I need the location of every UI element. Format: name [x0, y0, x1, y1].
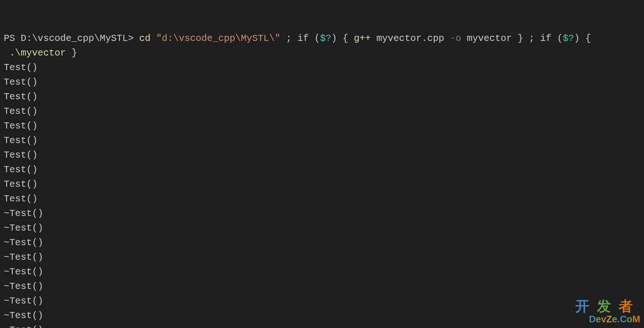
output-line: ~Test()	[4, 264, 640, 279]
output-line: ~Test()	[4, 294, 640, 308]
output-line: Test()	[4, 133, 640, 148]
watermark-en: DevZe.CoM	[575, 314, 640, 324]
output-line: ~Test()	[4, 323, 640, 328]
output-line: ~Test()	[4, 279, 640, 294]
output-line: Test()	[4, 104, 640, 119]
output-line: Test()	[4, 60, 640, 75]
output-line: Test()	[4, 89, 640, 104]
output-line: Test()	[4, 177, 640, 192]
output-line: ~Test()	[4, 221, 640, 235]
output-line: ~Test()	[4, 235, 640, 250]
output-line: Test()	[4, 75, 640, 89]
output-line: Test()	[4, 192, 640, 206]
cmd-path: "d:\vscode_cpp\MySTL\"	[156, 33, 280, 44]
output-line: ~Test()	[4, 250, 640, 264]
output-line: Test()	[4, 148, 640, 162]
cmd-gpp: g++	[354, 33, 371, 44]
output-line: ~Test()	[4, 308, 640, 323]
command-line-1: PS D:\vscode_cpp\MySTL> cd "d:\vscode_cp…	[4, 31, 640, 46]
watermark-cn: 开发者	[575, 298, 640, 314]
output-line: Test()	[4, 119, 640, 133]
output-line: Test()	[4, 162, 640, 177]
ps-prompt: PS D:\vscode_cpp\MySTL>	[4, 33, 139, 44]
terminal-output[interactable]: PS D:\vscode_cpp\MySTL> cd "d:\vscode_cp…	[4, 2, 640, 328]
cmd-exec: .\myvector	[9, 48, 66, 58]
command-line-2: .\myvector }	[4, 46, 640, 60]
variable: $?	[563, 33, 574, 44]
output-line: ~Test()	[4, 206, 640, 221]
variable: $?	[320, 33, 331, 44]
watermark: 开发者 DevZe.CoM	[575, 298, 640, 324]
cmd-cd: cd	[139, 33, 156, 44]
